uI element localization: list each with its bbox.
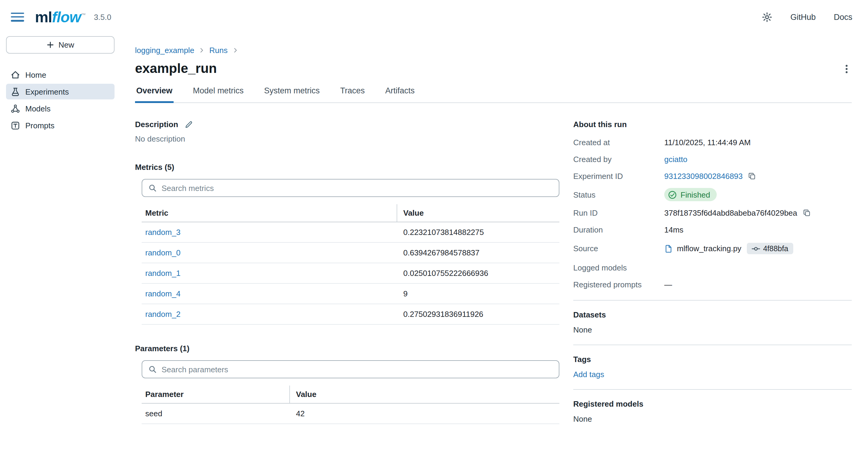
table-row: random_3 0.22321073814882275 xyxy=(142,222,559,243)
run-id-row: Run ID 378f18735f6d4abd8abeba76f4029bea xyxy=(573,208,852,218)
tab-system-metrics[interactable]: System metrics xyxy=(263,86,321,103)
metrics-search-box xyxy=(142,179,559,197)
description-section-heading: Description xyxy=(135,120,559,129)
title-row: example_run xyxy=(135,61,852,76)
github-link[interactable]: GitHub xyxy=(790,12,815,21)
metric-link[interactable]: random_2 xyxy=(145,310,181,319)
table-row: random_0 0.6394267984578837 xyxy=(142,243,559,263)
sidebar-item-experiments[interactable]: Experiments xyxy=(6,84,115,99)
status-label: Status xyxy=(573,190,664,199)
about-heading: About this run xyxy=(573,120,852,129)
metric-link[interactable]: random_0 xyxy=(145,248,181,257)
parameter-column-header: Parameter xyxy=(142,386,290,403)
status-text: Finished xyxy=(681,190,710,199)
home-icon xyxy=(11,70,20,79)
status-row: Status Finished xyxy=(573,188,852,201)
metrics-search-input[interactable] xyxy=(161,184,553,192)
datasets-heading: Datasets xyxy=(573,310,852,319)
commit-badge[interactable]: 4f88bfa xyxy=(747,243,793,254)
duration-label: Duration xyxy=(573,225,664,234)
sidebar: New Home Experiments Models xyxy=(0,34,121,450)
topbar: mlflow™ 3.5.0 GitHub Docs xyxy=(0,0,868,34)
divider xyxy=(573,389,852,390)
gear-icon[interactable] xyxy=(762,12,772,22)
metric-value: 0.27502931836911926 xyxy=(397,310,559,319)
new-button-label: New xyxy=(59,40,74,50)
tab-artifacts[interactable]: Artifacts xyxy=(384,86,416,103)
parameter-value: 42 xyxy=(290,409,559,418)
sidebar-nav: Home Experiments Models Prompts xyxy=(6,67,115,133)
copy-icon[interactable] xyxy=(803,209,810,217)
sidebar-item-home[interactable]: Home xyxy=(6,67,115,83)
parameters-card: Parameter Value seed 42 xyxy=(142,360,559,424)
sidebar-item-label: Prompts xyxy=(25,121,55,130)
tab-traces[interactable]: Traces xyxy=(339,86,366,103)
metrics-table-header: Metric Value xyxy=(142,204,559,222)
chevron-right-icon xyxy=(198,47,205,54)
tags-heading: Tags xyxy=(573,355,852,364)
logo-trademark: ™ xyxy=(81,12,85,18)
parameters-heading-label: Parameters (1) xyxy=(135,344,190,353)
add-tags-link[interactable]: Add tags xyxy=(573,370,604,379)
value-column-header: Value xyxy=(290,390,559,399)
git-commit-icon xyxy=(752,244,760,253)
divider xyxy=(573,345,852,345)
edit-description-pencil-icon[interactable] xyxy=(184,120,193,129)
logged-models-label: Logged models xyxy=(573,263,664,272)
version-label: 3.5.0 xyxy=(94,12,111,21)
description-heading-label: Description xyxy=(135,120,178,129)
about-panel: About this run Created at 11/10/2025, 11… xyxy=(573,120,852,423)
metric-link[interactable]: random_4 xyxy=(145,289,181,298)
parameters-search-input[interactable] xyxy=(161,365,553,374)
run-id-label: Run ID xyxy=(573,208,664,218)
divider xyxy=(573,300,852,300)
sidebar-item-label: Home xyxy=(25,70,46,79)
sidebar-item-models[interactable]: Models xyxy=(6,101,115,116)
run-id-value: 378f18735f6d4abd8abeba76f4029bea xyxy=(664,208,797,218)
page-title: example_run xyxy=(135,61,217,76)
table-row: seed 42 xyxy=(142,404,559,424)
tab-model-metrics[interactable]: Model metrics xyxy=(192,86,245,103)
registered-prompts-label: Registered prompts xyxy=(573,280,664,289)
metric-column-header: Metric xyxy=(142,204,397,222)
kebab-menu-icon[interactable] xyxy=(841,64,852,74)
models-icon xyxy=(11,104,20,113)
hamburger-menu-icon[interactable] xyxy=(11,12,24,21)
sidebar-item-prompts[interactable]: Prompts xyxy=(6,118,115,133)
breadcrumb: logging_example Runs xyxy=(135,46,852,55)
metrics-heading-label: Metrics (5) xyxy=(135,163,174,172)
registered-prompts-row: Registered prompts — xyxy=(573,280,852,290)
metric-link[interactable]: random_3 xyxy=(145,228,181,237)
copy-icon[interactable] xyxy=(748,172,756,180)
datasets-value: None xyxy=(573,325,852,334)
metric-value: 0.025010755222666936 xyxy=(397,269,559,278)
experiment-id-label: Experiment ID xyxy=(573,172,664,181)
check-circle-icon xyxy=(668,190,677,199)
docs-link[interactable]: Docs xyxy=(834,12,852,21)
table-row: random_2 0.27502931836911926 xyxy=(142,304,559,325)
parameters-section-heading: Parameters (1) xyxy=(135,344,559,353)
prompts-icon xyxy=(11,121,20,130)
search-icon xyxy=(148,184,157,192)
parameter-name: seed xyxy=(142,409,290,418)
metric-link[interactable]: random_1 xyxy=(145,269,181,278)
chevron-right-icon xyxy=(232,47,239,54)
new-button[interactable]: New xyxy=(6,36,115,54)
source-file-name: mlflow_tracking.py xyxy=(677,244,741,253)
created-by-label: Created by xyxy=(573,155,664,164)
commit-hash: 4f88bfa xyxy=(763,244,788,253)
source-file-icon xyxy=(664,244,673,253)
logo-ml-text: ml xyxy=(35,8,52,25)
experiment-id-link[interactable]: 931233098002846893 xyxy=(664,172,743,181)
breadcrumb-runs-link[interactable]: Runs xyxy=(210,46,228,55)
plus-icon xyxy=(46,41,54,49)
value-column-header: Value xyxy=(397,208,559,218)
duration-row: Duration 14ms xyxy=(573,225,852,235)
sidebar-item-label: Models xyxy=(25,104,51,113)
logged-models-row: Logged models xyxy=(573,263,852,273)
breadcrumb-experiment-link[interactable]: logging_example xyxy=(135,46,194,55)
mlflow-logo[interactable]: mlflow™ xyxy=(35,9,85,24)
created-at-value: 11/10/2025, 11:44:49 AM xyxy=(664,138,751,147)
created-by-user-link[interactable]: gciatto xyxy=(664,155,687,164)
tab-overview[interactable]: Overview xyxy=(135,86,174,103)
